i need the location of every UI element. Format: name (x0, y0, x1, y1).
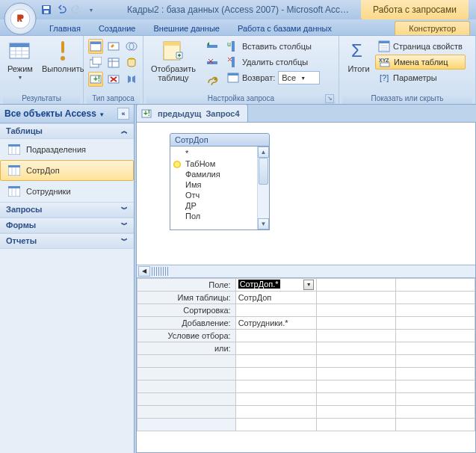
qat-redo-icon[interactable] (70, 4, 82, 16)
qat-save-icon[interactable] (40, 4, 52, 16)
show-table-button[interactable]: Отобразить таблицу (146, 37, 200, 84)
qat-customize-dropdown[interactable]: ▼ (85, 4, 97, 16)
svg-rect-38 (379, 41, 389, 43)
navigation-pane: Все объекты Access ▼ « Таблицы︽ Подразде… (0, 105, 135, 453)
return-row: Возврат: Все▼ (224, 70, 323, 85)
qbe-cell[interactable] (235, 304, 317, 317)
field-item[interactable]: Отч (170, 190, 257, 200)
field-item[interactable]: Пол (170, 211, 257, 221)
qbe-cell[interactable] (235, 342, 317, 355)
field-item[interactable]: Имя (170, 179, 257, 190)
dialog-launcher-icon[interactable]: ↘ (325, 94, 334, 103)
append-query-icon[interactable]: +! (88, 72, 103, 87)
qbe-table-cell[interactable]: СотрДоп (235, 292, 317, 304)
nav-group-queries[interactable]: Запросы︾ (0, 202, 134, 218)
nav-table-podrazdeleniya[interactable]: Подразделения (0, 139, 134, 160)
nav-header[interactable]: Все объекты Access ▼ « (0, 105, 134, 123)
scroll-down-icon[interactable]: ▼ (258, 218, 269, 229)
nav-collapse-button[interactable]: « (117, 108, 129, 120)
svg-rect-33 (232, 57, 235, 67)
return-combo[interactable]: Все▼ (278, 71, 320, 84)
totals-button[interactable]: Σ Итоги (342, 37, 375, 75)
splitter-grip-icon[interactable] (152, 267, 168, 276)
property-sheet-button[interactable]: Страница свойств (375, 39, 466, 54)
svg-rect-3 (43, 6, 49, 9)
qbe-cell[interactable] (317, 342, 396, 355)
union-query-icon[interactable] (124, 39, 139, 54)
tab-home[interactable]: Главная (40, 22, 90, 35)
svg-rect-4 (44, 10, 49, 13)
group-label-results: Результаты (3, 93, 80, 104)
run-button[interactable]: Выполнить (37, 37, 88, 75)
table-fieldlist[interactable]: СотрДоп * ТабНом Фамилия Имя Отч ДР Пол … (170, 133, 270, 230)
insert-rows-icon[interactable] (205, 39, 220, 54)
nav-group-forms[interactable]: Формы︾ (0, 218, 134, 233)
scroll-thumb[interactable] (259, 158, 268, 185)
scroll-left-icon[interactable]: ◀ (138, 266, 150, 277)
table-names-button[interactable]: XYZ Имена таблиц (375, 55, 466, 70)
builder-icon[interactable] (205, 72, 220, 87)
qbe-cell[interactable] (396, 292, 475, 304)
quick-access-toolbar: ▼ (40, 0, 97, 19)
table-icon (8, 144, 20, 155)
tab-create[interactable]: Создание (90, 22, 145, 35)
office-button[interactable] (3, 1, 37, 36)
qbe-cell[interactable] (317, 304, 396, 317)
qbe-cell[interactable] (396, 330, 475, 342)
qbe-label-or: или: (137, 342, 236, 355)
svg-rect-51 (8, 186, 20, 188)
qbe-label-append: Добавление: (137, 317, 236, 330)
tab-design[interactable]: Конструктор (395, 21, 470, 35)
view-button[interactable]: Режим ▼ (3, 37, 37, 84)
qbe-cell[interactable] (317, 292, 396, 304)
document-tab[interactable]: +! предыдущ Запрос4 (136, 104, 248, 122)
nav-group-tables[interactable]: Таблицы︽ (0, 123, 134, 139)
nav-table-sotrudniki[interactable]: Сотрудники (0, 181, 134, 202)
qbe-field-cell[interactable]: СотрДоп.* ▼ (235, 279, 317, 292)
qat-undo-icon[interactable] (55, 4, 67, 16)
datadef-query-icon[interactable] (124, 72, 139, 87)
qbe-cell[interactable] (235, 330, 317, 342)
nav-group-reports[interactable]: Отчеты︾ (0, 233, 134, 249)
insert-columns-button[interactable]: u Вставить столбцы (224, 39, 323, 54)
field-star[interactable]: * (170, 148, 257, 158)
fieldlist-body[interactable]: * ТабНом Фамилия Имя Отч ДР Пол (170, 147, 257, 229)
fieldlist-title[interactable]: СотрДоп (170, 133, 270, 147)
design-surface[interactable]: СотрДоп * ТабНом Фамилия Имя Отч ДР Пол … (136, 122, 476, 453)
crosstab-query-icon[interactable] (106, 55, 121, 70)
qbe-cell[interactable] (396, 342, 475, 355)
select-query-icon[interactable] (88, 39, 103, 54)
nav-table-sotrdop[interactable]: СотрДоп (0, 160, 134, 181)
qbe-grid[interactable]: Поле: СотрДоп.* ▼ Имя таблицы: СотрДоп (137, 278, 475, 452)
fieldlist-scrollbar[interactable]: ▲ ▼ (257, 147, 269, 229)
field-item[interactable]: ДР (170, 200, 257, 211)
ribbon-group-querysetup: Отобразить таблицу u Вставить столбцы Уд… (143, 36, 339, 104)
update-query-icon[interactable] (106, 39, 121, 54)
qbe-cell[interactable] (317, 330, 396, 342)
maketable-query-icon[interactable] (88, 55, 103, 70)
delete-rows-icon[interactable] (205, 55, 220, 70)
qbe-cell[interactable] (396, 317, 475, 330)
pane-splitter[interactable]: ◀ (137, 265, 475, 278)
scroll-up-icon[interactable]: ▲ (258, 147, 269, 158)
field-item[interactable]: Фамилия (170, 169, 257, 179)
qbe-label-sort: Сортировка: (137, 304, 236, 317)
tab-external-data[interactable]: Внешние данные (145, 22, 229, 35)
tab-database-tools[interactable]: Работа с базами данных (229, 22, 341, 35)
qbe-label-table: Имя таблицы: (137, 292, 236, 304)
qbe-cell[interactable] (396, 304, 475, 317)
svg-text:u: u (227, 40, 231, 48)
qbe-cell[interactable] (317, 317, 396, 330)
delete-query-icon[interactable] (106, 72, 121, 87)
field-item[interactable]: ТабНом (170, 158, 257, 169)
svg-rect-35 (228, 73, 238, 76)
qbe-cell[interactable] (396, 279, 475, 292)
dropdown-icon[interactable]: ▼ (303, 280, 314, 290)
table-icon (8, 185, 20, 197)
passthrough-query-icon[interactable] (124, 55, 139, 70)
chevron-down-icon: ︾ (121, 236, 128, 246)
qbe-cell[interactable] (317, 279, 396, 292)
qbe-append-cell[interactable]: Сотрудники.* (235, 317, 317, 330)
parameters-button[interactable]: [?] Параметры (375, 70, 466, 85)
delete-columns-button[interactable]: Удалить столбцы (224, 55, 323, 70)
